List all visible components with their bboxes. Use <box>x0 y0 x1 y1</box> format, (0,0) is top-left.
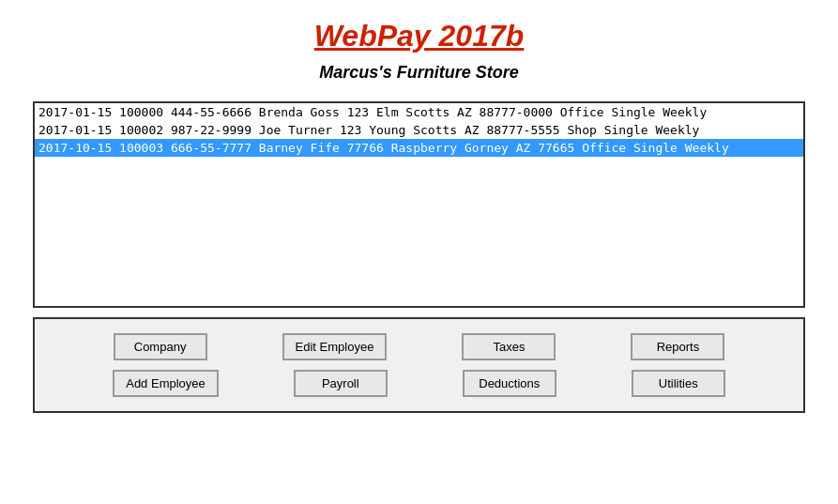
payroll-button[interactable]: Payroll <box>294 370 388 397</box>
company-name: Marcus's Furniture Store <box>0 63 838 83</box>
add-employee-button[interactable]: Add Employee <box>113 370 219 397</box>
utilities-button[interactable]: Utilities <box>632 370 725 397</box>
employee-list-item[interactable]: 2017-01-15 100000 444-55-6666 Brenda Gos… <box>35 103 803 121</box>
main-content: 2017-01-15 100000 444-55-6666 Brenda Gos… <box>0 92 838 422</box>
reports-button[interactable]: Reports <box>631 333 724 360</box>
company-button[interactable]: Company <box>114 333 207 360</box>
edit-employee-button[interactable]: Edit Employee <box>282 333 388 360</box>
employee-list-item[interactable]: 2017-10-15 100003 666-55-7777 Barney Fif… <box>35 139 803 157</box>
deductions-button[interactable]: Deductions <box>463 370 556 397</box>
button-row-1: CompanyEdit EmployeeTaxesReports <box>53 333 785 360</box>
button-row-2: Add EmployeePayrollDeductionsUtilities <box>53 370 785 397</box>
employee-list-item[interactable]: 2017-01-15 100002 987-22-9999 Joe Turner… <box>35 121 803 139</box>
app-title: WebPay 2017b <box>0 19 838 53</box>
taxes-button[interactable]: Taxes <box>462 333 556 360</box>
employee-list: 2017-01-15 100000 444-55-6666 Brenda Gos… <box>35 103 803 157</box>
employee-list-container[interactable]: 2017-01-15 100000 444-55-6666 Brenda Gos… <box>33 101 805 308</box>
button-panel: CompanyEdit EmployeeTaxesReports Add Emp… <box>33 317 805 413</box>
header: WebPay 2017b Marcus's Furniture Store <box>0 0 838 92</box>
